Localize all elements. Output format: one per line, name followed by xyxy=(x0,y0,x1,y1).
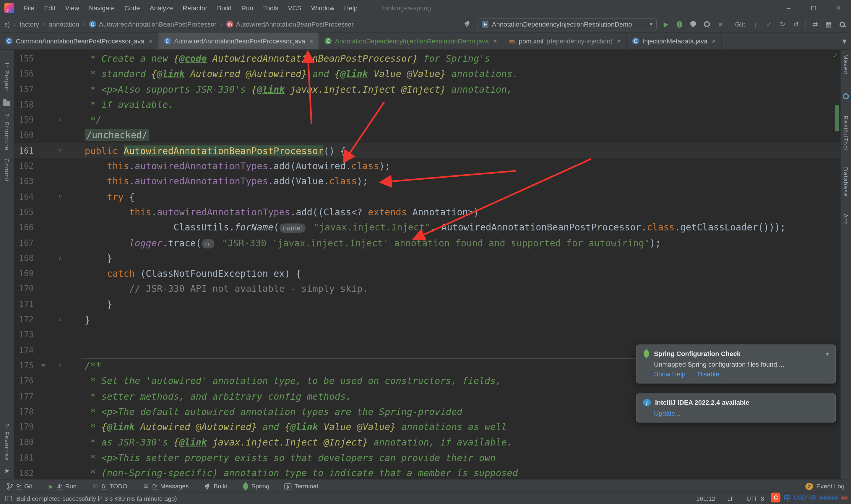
line-number[interactable]: 177 xyxy=(14,389,34,404)
search-everywhere-button[interactable] xyxy=(838,20,847,29)
code-line-171[interactable]: 171 } xyxy=(14,296,840,312)
menu-item-file[interactable]: File xyxy=(19,2,39,13)
code-line-166[interactable]: 166 ClassUtils.forName(name: "javax.inje… xyxy=(14,220,840,235)
breadcrumb-item[interactable]: CAutowiredAnnotationBeanPostProcessor xyxy=(89,20,216,28)
close-icon[interactable]: × xyxy=(712,37,716,45)
line-number[interactable]: 167 xyxy=(14,235,34,251)
sidebar-item-database[interactable]: Database xyxy=(843,167,849,197)
line-number[interactable]: 178 xyxy=(14,404,34,419)
commit-button[interactable]: ✓ xyxy=(765,20,773,29)
code-line-163[interactable]: 163 this.autowiredAnnotationTypes.add(Va… xyxy=(14,174,840,189)
code-line-155[interactable]: 155 * Create a new {@code AutowiredAnnot… xyxy=(14,51,840,67)
code-line-180[interactable]: 180 * as JSR-330's {@link javax.inject.I… xyxy=(14,435,840,450)
code-line-162[interactable]: 162 this.autowiredAnnotationTypes.add(Au… xyxy=(14,158,840,174)
maximize-button[interactable]: □ xyxy=(801,0,826,16)
code-line-160[interactable]: 160/unchecked/ xyxy=(14,128,840,143)
sidebar-item-project[interactable]: 1: Project xyxy=(3,62,10,92)
toolwindow-button-terminal[interactable]: Terminal xyxy=(285,483,318,489)
editor-tab[interactable]: CCommonAnnotationBeanPostProcessor.java× xyxy=(0,33,158,49)
toolwindow-button-run[interactable]: ▶4:Run xyxy=(47,482,76,489)
line-number[interactable]: 174 xyxy=(14,343,34,358)
code-line-170[interactable]: 170 // JSR-330 API not available - simpl… xyxy=(14,281,840,296)
menu-item-help[interactable]: Help xyxy=(340,2,362,13)
line-number[interactable]: 157 xyxy=(14,82,34,97)
disable-link[interactable]: Disable... xyxy=(698,371,725,378)
close-icon[interactable]: × xyxy=(149,37,152,45)
profiler-button[interactable] xyxy=(702,20,711,29)
code-line-164[interactable]: 164∨ try { xyxy=(14,189,840,204)
code-line-168[interactable]: 168∧ } xyxy=(14,251,840,266)
collapse-icon[interactable]: ▾ xyxy=(826,351,829,357)
code-line-157[interactable]: 157 * <p>Also supports JSR-330's {@link … xyxy=(14,82,840,97)
close-icon[interactable]: × xyxy=(617,37,621,45)
close-icon[interactable]: × xyxy=(310,37,313,45)
sidebar-item-ant[interactable]: Ant xyxy=(843,214,849,224)
line-number[interactable]: 162 xyxy=(14,158,34,174)
menu-item-window[interactable]: Window xyxy=(307,2,339,13)
fold-marker[interactable]: ∧ xyxy=(56,112,80,128)
stop-button[interactable]: ■ xyxy=(716,20,725,29)
line-number[interactable]: 160 xyxy=(14,128,34,143)
restfultool-icon[interactable] xyxy=(843,93,849,99)
menu-item-run[interactable]: Run xyxy=(237,2,258,13)
run-configuration-select[interactable]: AnnotationDependencyInjectionResolutionD… xyxy=(478,18,657,30)
fold-marker[interactable]: ∨ xyxy=(56,358,80,374)
inspections-ok-icon[interactable]: ✓ xyxy=(832,51,838,59)
line-number[interactable]: 175 xyxy=(14,358,34,374)
minimize-button[interactable]: – xyxy=(776,0,801,16)
line-number[interactable]: 158 xyxy=(14,97,34,112)
rollback-button[interactable]: ↺ xyxy=(792,20,800,29)
line-number[interactable]: 169 xyxy=(14,266,34,281)
code-line-165[interactable]: 165 this.autowiredAnnotationTypes.add((C… xyxy=(14,204,840,220)
debug-button[interactable] xyxy=(675,20,684,29)
code-line-173[interactable]: 173 xyxy=(14,327,840,343)
menu-item-view[interactable]: View xyxy=(61,2,84,13)
sidebar-item-structure[interactable]: 7: Structure xyxy=(3,114,10,151)
fold-marker[interactable]: ∧ xyxy=(56,312,80,327)
history-button[interactable]: ↻ xyxy=(778,20,787,29)
toolwindow-toggle-icon[interactable] xyxy=(5,496,12,501)
line-number[interactable]: 182 xyxy=(14,466,34,479)
toolwindow-button-todo[interactable]: ☑6:TODO xyxy=(92,482,127,489)
menu-item-build[interactable]: Build xyxy=(213,2,236,13)
event-log-button[interactable]: 2 Event Log xyxy=(805,482,845,489)
run-button[interactable]: ▶ xyxy=(662,20,670,29)
doc-toggle-icon[interactable]: ≡ xyxy=(41,358,46,374)
line-number[interactable]: 166 xyxy=(14,220,34,235)
breadcrumb-item[interactable]: factory xyxy=(19,20,39,28)
fold-marker[interactable]: ∨ xyxy=(56,189,80,204)
line-number[interactable]: 165 xyxy=(14,204,34,220)
line-number[interactable]: 161 xyxy=(14,143,34,158)
line-number[interactable]: 173 xyxy=(14,327,34,343)
menu-item-navigate[interactable]: Navigate xyxy=(85,2,119,13)
line-number[interactable]: 179 xyxy=(14,419,34,435)
code-line-172[interactable]: 172∧} xyxy=(14,312,840,327)
editor-tab[interactable]: CAnnotationDependencyInjectionResolution… xyxy=(320,33,503,49)
coverage-button[interactable] xyxy=(689,20,698,29)
line-number[interactable]: 159 xyxy=(14,112,34,128)
menu-item-refactor[interactable]: Refactor xyxy=(179,2,212,13)
hidden-tabs-icon[interactable]: ▾ xyxy=(843,36,847,46)
menu-item-code[interactable]: Code xyxy=(120,2,144,13)
editor-tab[interactable]: CInjectionMetadata.java× xyxy=(627,33,722,49)
line-number[interactable]: 176 xyxy=(14,374,34,389)
editor-tab[interactable]: CAutowiredAnnotationBeanPostProcessor.ja… xyxy=(158,33,320,49)
code-line-159[interactable]: 159∧ */ xyxy=(14,112,840,128)
line-number[interactable]: 180 xyxy=(14,435,34,450)
folder-icon[interactable] xyxy=(3,101,10,106)
diff-button[interactable]: ⇄ xyxy=(811,20,819,29)
fold-marker[interactable]: ∨ xyxy=(56,143,80,158)
code-line-182[interactable]: 182 * (non-Spring-specific) annotation t… xyxy=(14,466,840,479)
menu-item-vcs[interactable]: VCS xyxy=(284,2,306,13)
code-line-167[interactable]: 167 logger.trace(o: "JSR-330 'javax.inje… xyxy=(14,235,840,251)
sidebar-item-maven[interactable]: Maven xyxy=(843,54,849,75)
line-number[interactable]: 155 xyxy=(14,51,34,67)
breadcrumb-item[interactable]: annotation xyxy=(49,20,79,28)
code-line-158[interactable]: 158 * if available. xyxy=(14,97,840,112)
line-number[interactable]: 171 xyxy=(14,296,34,312)
fold-marker[interactable]: ∧ xyxy=(56,251,80,266)
toolwindow-button-spring[interactable]: Spring xyxy=(242,483,269,489)
line-number[interactable]: 163 xyxy=(14,174,34,189)
build-project-icon[interactable] xyxy=(464,20,473,29)
close-button[interactable]: × xyxy=(826,0,851,16)
